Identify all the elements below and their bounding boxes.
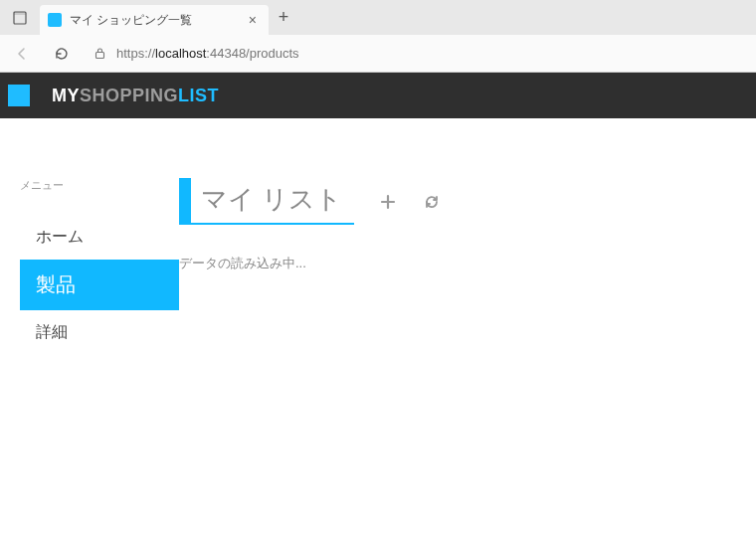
url-prefix: https:// [116, 46, 155, 61]
url-host: localhost [155, 46, 206, 61]
browser-address-bar: https://localhost:44348/products [0, 35, 756, 73]
sidebar-item-label: 詳細 [36, 323, 68, 340]
lock-icon [94, 47, 106, 60]
url-rest: :44348/products [206, 46, 298, 61]
brand-word-2: SHOPPING [80, 86, 178, 105]
tab-title: マイ ショッピング一覧 [70, 12, 237, 29]
menu-label: メニュー [20, 178, 179, 193]
browser-tab[interactable]: マイ ショッピング一覧 × [40, 5, 269, 35]
page-title: マイ リスト [191, 178, 354, 225]
url-text: https://localhost:44348/products [116, 46, 299, 61]
tab-favicon [48, 13, 62, 27]
title-accent-bar [179, 178, 191, 225]
app-header: MYSHOPPINGLIST [0, 73, 756, 118]
add-button[interactable] [380, 194, 396, 210]
title-actions [380, 194, 440, 210]
new-tab-button[interactable]: + [269, 0, 298, 35]
browser-chrome: マイ ショッピング一覧 × + https://localhost:44348/… [0, 0, 756, 73]
brand-word-1: MY [52, 86, 80, 105]
svg-rect-2 [96, 53, 104, 59]
loading-text: データの読み込み中... [179, 255, 736, 272]
refresh-icon [424, 194, 440, 210]
back-button[interactable] [8, 40, 36, 68]
brand-logo-square [8, 85, 30, 106]
browser-title-bar: マイ ショッピング一覧 × + [0, 0, 756, 35]
sidebar-item-label: 製品 [36, 273, 76, 295]
brand-text: MYSHOPPINGLIST [52, 86, 219, 106]
url-box[interactable]: https://localhost:44348/products [88, 46, 748, 61]
svg-rect-1 [14, 12, 26, 15]
brand-word-3: LIST [178, 86, 219, 105]
reload-button[interactable] [424, 194, 440, 210]
window-tabs-icon[interactable] [0, 0, 40, 35]
main-panel: マイ リスト データの読み込み中... [179, 148, 756, 355]
sidebar: メニュー ホーム 製品 詳細 [0, 148, 179, 355]
title-row: マイ リスト [179, 178, 736, 225]
content-area: メニュー ホーム 製品 詳細 マイ リスト [0, 118, 756, 355]
sidebar-item-products[interactable]: 製品 [20, 260, 179, 310]
sidebar-item-home[interactable]: ホーム [20, 217, 179, 258]
sidebar-item-details[interactable]: 詳細 [20, 312, 179, 353]
page-title-wrap: マイ リスト [179, 178, 354, 225]
sidebar-item-label: ホーム [36, 228, 84, 245]
plus-icon [380, 194, 396, 210]
refresh-button[interactable] [48, 40, 76, 68]
tab-close-icon[interactable]: × [245, 12, 261, 28]
